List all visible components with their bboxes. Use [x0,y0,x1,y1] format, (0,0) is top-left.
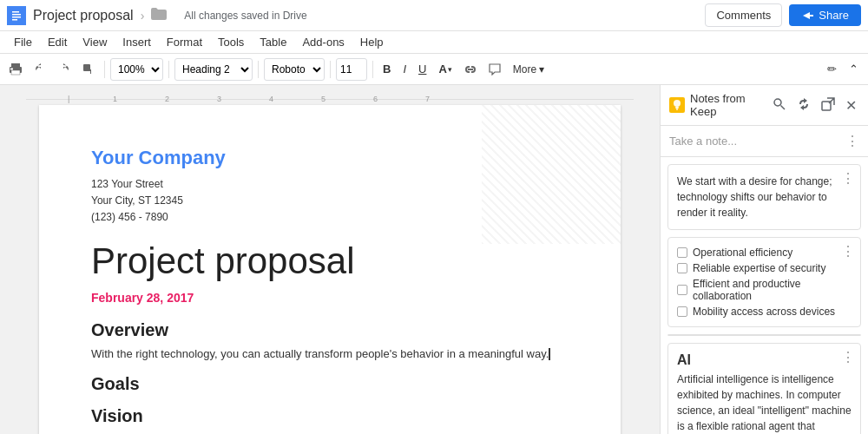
text-cursor [549,348,550,360]
keep-card1-text: We start with a desire for change; techn… [677,174,852,220]
svg-rect-2 [12,14,21,16]
menu-help[interactable]: Help [353,34,391,50]
bold-button[interactable]: B [378,60,395,78]
doc-icon [7,6,26,25]
svg-rect-12 [675,107,679,108]
font-select[interactable]: Roboto Arial [264,58,325,81]
keep-sidebar: Notes from Keep ✕ Take a note... ⋮ ⋮ We … [660,85,868,434]
keep-logo [669,97,685,113]
zoom-select[interactable]: 100% [110,58,163,81]
keep-ai-text: Artificial intelligence is intelligence … [677,372,852,434]
text-color-button[interactable]: A ▾ [434,60,456,78]
keep-checklist-menu-button[interactable]: ⋮ [841,243,855,260]
menu-addons[interactable]: Add-ons [295,34,351,50]
checkbox-3[interactable] [677,306,687,317]
svg-rect-4 [12,19,17,21]
separator [104,61,105,78]
style-select[interactable]: Heading 2 Normal text Heading 1 [174,58,253,81]
keep-search-button[interactable] [770,95,789,116]
menu-view[interactable]: View [76,34,114,50]
svg-rect-7 [11,70,20,75]
checklist-label-3: Mobility access across devices [693,306,835,318]
checklist-item-2: Efficient and productive collaboration [677,276,852,304]
svg-rect-0 [10,9,23,23]
keep-image-card: ⋮ [667,334,861,336]
italic-button[interactable]: I [398,60,411,78]
checkbox-1[interactable] [677,263,687,273]
menu-tools[interactable]: Tools [211,34,251,50]
svg-line-15 [781,105,786,109]
svg-rect-10 [468,69,473,70]
collapse-button[interactable]: ⌃ [845,60,863,78]
keep-ai-title: AI [677,352,852,368]
checklist-item-0: Operational efficiency [677,245,852,260]
separator5 [372,61,373,78]
underline-button[interactable]: U [414,60,431,78]
checkbox-2[interactable] [677,285,687,295]
goals-heading: Goals [91,374,569,394]
print-icon [10,63,22,76]
svg-rect-26 [814,334,832,336]
watermark [482,105,621,244]
keep-checklist-card: ⋮ Operational efficiency Reliable expert… [667,237,861,327]
keep-ai-menu-button[interactable]: ⋮ [841,349,855,365]
keep-header: Notes from Keep ✕ [661,85,868,126]
menu-table[interactable]: Table [253,34,293,50]
header-actions: Comments Share [705,3,861,27]
paint-format-icon [82,63,95,76]
redo-icon [58,63,70,76]
overview-text: With the right technology, you can actua… [91,345,569,363]
redo-button[interactable] [54,61,75,78]
keep-open-button[interactable] [819,95,838,116]
comments-button[interactable]: Comments [705,3,782,27]
title-bar: Project proposal › All changes saved in … [0,0,868,31]
pencil-button[interactable]: ✏ [823,60,841,78]
keep-note-menu-icon[interactable]: ⋮ [845,133,859,149]
font-size-input[interactable] [336,58,367,81]
undo-icon [34,63,46,76]
svg-rect-9 [83,64,90,71]
document-area: | 1 2 3 4 5 6 7 Your Company 123 Your St… [0,85,660,434]
document-title: Project proposal [33,8,134,23]
svg-point-21 [743,334,777,336]
breadcrumb-icon: › [141,9,145,23]
text-color-label: A [438,62,446,76]
checklist-label-1: Reliable expertise of security [693,262,825,274]
keep-refresh-icon [797,97,811,111]
undo-button[interactable] [30,61,50,78]
svg-rect-5 [11,63,20,67]
svg-rect-3 [12,16,21,18]
folder-icon [151,8,167,23]
menu-file[interactable]: File [7,34,39,50]
checkbox-0[interactable] [677,247,687,258]
keep-close-button[interactable]: ✕ [843,95,859,116]
menu-insert[interactable]: Insert [115,34,158,50]
keep-text-card: ⋮ We start with a desire for change; tec… [667,164,861,230]
checklist-label-2: Efficient and productive collaboration [693,278,852,302]
vision-heading: Vision [91,406,569,426]
toolbar: 100% Heading 2 Normal text Heading 1 Rob… [0,54,868,85]
keep-card-menu-button[interactable]: ⋮ [841,170,855,187]
proposal-title: Project proposal [91,240,569,282]
separator2 [168,61,169,78]
print-button[interactable] [5,61,26,78]
paint-format-button[interactable] [78,61,99,78]
separator4 [330,61,331,78]
proposal-date: February 28, 2017 [91,291,569,305]
comment-button[interactable] [484,61,505,78]
keep-ai-card: ⋮ AI Artificial intelligence is intellig… [667,343,861,434]
more-button[interactable]: More ▾ [509,61,549,78]
comment-icon [489,63,501,76]
keep-title: Notes from Keep [690,92,765,118]
svg-rect-8 [10,68,13,69]
menu-format[interactable]: Format [160,34,209,50]
svg-rect-1 [12,11,19,13]
link-button[interactable] [460,62,481,76]
keep-refresh-button[interactable] [794,95,813,116]
keep-note-input-area[interactable]: Take a note... ⋮ [661,126,868,157]
share-button[interactable]: Share [789,4,861,26]
keep-open-icon [821,97,835,111]
checklist-item-3: Mobility access across devices [677,304,852,319]
menu-bar: File Edit View Insert Format Tools Table… [0,31,868,54]
menu-edit[interactable]: Edit [41,34,74,50]
